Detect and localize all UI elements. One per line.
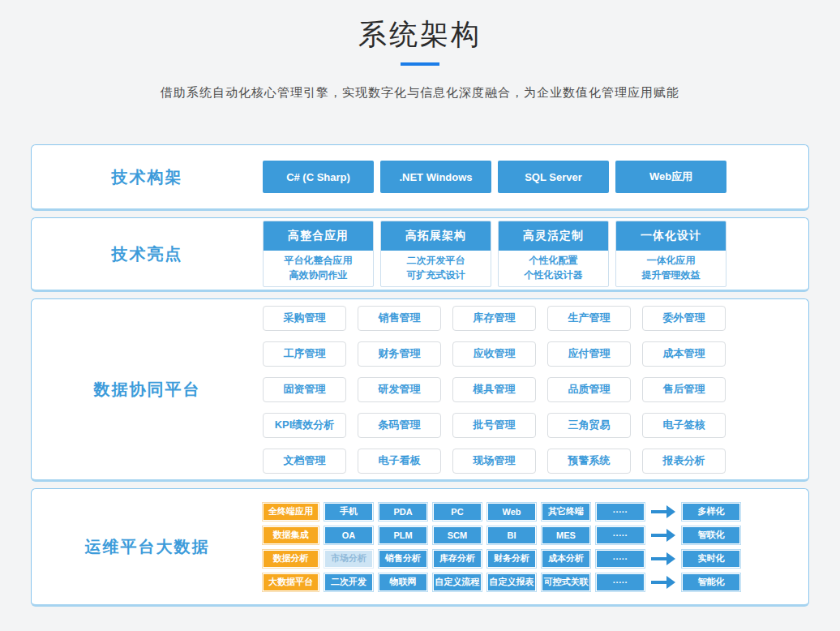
platform-grid: 采购管理销售管理库存管理生产管理委外管理工序管理财务管理应收管理应付管理成本管理… [263, 306, 726, 474]
platform-module-button: 三角贸易 [547, 413, 631, 438]
highlight-card-line: 个性化配置 [499, 253, 608, 268]
highlight-card-line: 提升管理效益 [616, 268, 726, 282]
platform-module-button: 应付管理 [547, 341, 631, 367]
tech-stack-button: C# (C Sharp) [263, 161, 374, 193]
bigdata-chip: ····· [596, 573, 645, 591]
platform-module-button: 预警系统 [547, 449, 631, 474]
platform-module-button: 固资管理 [263, 377, 346, 402]
bigdata-category-tag: 数据集成 [263, 526, 319, 544]
bigdata-category-tag: 数据分析 [263, 550, 319, 568]
tech-stack-items: C# (C Sharp).NET WindowsSQL ServerWeb应用 [263, 161, 726, 193]
bigdata-chip: 库存分析 [433, 550, 482, 568]
highlight-card-body: 二次开发平台可扩充式设计 [381, 251, 491, 286]
bigdata-result-chip: 智能化 [682, 573, 740, 591]
highlight-card-title: 一体化设计 [616, 221, 726, 251]
bigdata-chip: 自定义流程 [433, 573, 482, 591]
bigdata-chip: 物联网 [379, 573, 427, 591]
arrow-right-icon [651, 503, 675, 521]
bigdata-chip: ····· [596, 503, 645, 521]
panels-container: 技术构架 C# (C Sharp).NET WindowsSQL ServerW… [31, 144, 809, 607]
bigdata-chip: 二次开发 [324, 573, 373, 591]
bigdata-items: 手机PDAPCWeb其它终端····· [324, 503, 645, 521]
bigdata-chip: OA [324, 526, 373, 544]
bigdata-chip: BI [487, 526, 536, 544]
bigdata-chip: 市场分析 [324, 550, 373, 568]
tech-stack-button: SQL Server [498, 161, 609, 193]
platform-module-button: 售后管理 [642, 377, 726, 402]
highlight-card-body: 一体化应用提升管理效益 [616, 251, 726, 286]
bigdata-chip: ····· [596, 526, 645, 544]
section-platform: 数据协同平台 采购管理销售管理库存管理生产管理委外管理工序管理财务管理应收管理应… [31, 298, 809, 482]
platform-module-button: 条码管理 [358, 413, 441, 438]
bigdata-items: 二次开发物联网自定义流程自定义报表可控式关联····· [324, 573, 645, 591]
highlight-card-body: 个性化配置个性化设计器 [499, 251, 608, 286]
highlight-card-line: 个性化设计器 [499, 268, 608, 282]
bigdata-category-tag: 全终端应用 [263, 503, 319, 521]
bigdata-category-tag: 大数据平台 [263, 573, 319, 591]
page-header: 系统架构 借助系统自动化核心管理引擎，实现数字化与信息化深度融合，为企业数值化管… [0, 0, 840, 100]
platform-module-button: 成本管理 [642, 341, 726, 367]
page-title: 系统架构 [0, 17, 840, 51]
bigdata-chip: ····· [596, 550, 645, 568]
highlight-card-line: 平台化整合应用 [264, 253, 373, 268]
section-tech-stack: 技术构架 C# (C Sharp).NET WindowsSQL ServerW… [31, 144, 809, 211]
highlight-card-title: 高整合应用 [264, 221, 373, 251]
highlight-card-line: 二次开发平台 [381, 253, 491, 268]
bigdata-chip: 其它终端 [542, 503, 590, 521]
tech-stack-button: .NET Windows [380, 161, 491, 193]
platform-module-button: 生产管理 [547, 306, 631, 331]
highlight-card-line: 一体化应用 [616, 253, 726, 268]
bigdata-result-chip: 多样化 [682, 503, 740, 521]
highlight-card-body: 平台化整合应用高效协同作业 [264, 251, 373, 286]
platform-module-button: 采购管理 [263, 306, 346, 331]
bigdata-chip: 财务分析 [487, 550, 536, 568]
bigdata-row: 全终端应用 手机PDAPCWeb其它终端····· 多样化 [263, 503, 740, 521]
bigdata-chip: 成本分析 [542, 550, 590, 568]
platform-module-button: 品质管理 [547, 377, 631, 402]
platform-module-button: 报表分析 [642, 449, 726, 474]
platform-module-button: KPI绩效分析 [263, 413, 346, 438]
section-platform-label: 数据协同平台 [32, 379, 263, 401]
page-subtitle: 借助系统自动化核心管理引擎，实现数字化与信息化深度融合，为企业数值化管理应用赋能 [0, 85, 840, 100]
highlight-cards: 高整合应用 平台化整合应用高效协同作业 高拓展架构 二次开发平台可扩充式设计 高… [263, 221, 726, 287]
section-bigdata-label: 运维平台大数据 [32, 536, 263, 558]
platform-module-button: 电子签核 [642, 413, 726, 438]
platform-module-button: 模具管理 [452, 377, 536, 402]
bigdata-chip: Web [487, 503, 536, 521]
section-bigdata: 运维平台大数据 全终端应用 手机PDAPCWeb其它终端····· 多样化 数据… [31, 488, 809, 607]
tech-stack-button: Web应用 [615, 161, 726, 193]
highlight-card-title: 高拓展架构 [381, 221, 491, 251]
platform-module-button: 委外管理 [642, 306, 726, 331]
bigdata-result-chip: 智联化 [682, 526, 740, 544]
platform-module-button: 文档管理 [263, 449, 346, 474]
bigdata-row: 数据分析 市场分析销售分析库存分析财务分析成本分析····· 实时化 [263, 550, 740, 568]
highlight-card: 高灵活定制 个性化配置个性化设计器 [498, 221, 609, 287]
bigdata-chip: 可控式关联 [542, 573, 590, 591]
bigdata-chip: SCM [433, 526, 482, 544]
bigdata-chip: 手机 [324, 503, 373, 521]
title-underline-divider [401, 62, 439, 66]
section-highlights: 技术亮点 高整合应用 平台化整合应用高效协同作业 高拓展架构 二次开发平台可扩充… [31, 217, 809, 292]
platform-module-button: 电子看板 [358, 449, 441, 474]
bigdata-items: 市场分析销售分析库存分析财务分析成本分析····· [324, 550, 645, 568]
platform-module-button: 批号管理 [452, 413, 536, 438]
platform-module-button: 研发管理 [358, 377, 441, 402]
highlight-card: 一体化设计 一体化应用提升管理效益 [615, 221, 726, 287]
platform-module-button: 财务管理 [358, 341, 441, 367]
platform-module-button: 销售管理 [358, 306, 441, 331]
arrow-right-icon [651, 573, 675, 591]
platform-module-button: 库存管理 [452, 306, 536, 331]
bigdata-items: OAPLMSCMBIMES····· [324, 526, 645, 544]
arrow-right-icon [651, 550, 675, 568]
platform-module-button: 现场管理 [452, 449, 536, 474]
bigdata-row: 数据集成 OAPLMSCMBIMES····· 智联化 [263, 526, 740, 544]
bigdata-chip: PDA [379, 503, 427, 521]
platform-module-button: 工序管理 [263, 341, 346, 367]
bigdata-rows: 全终端应用 手机PDAPCWeb其它终端····· 多样化 数据集成 OAPLM… [263, 503, 740, 591]
bigdata-chip: 自定义报表 [487, 573, 536, 591]
highlight-card-title: 高灵活定制 [499, 221, 608, 251]
platform-module-button: 应收管理 [452, 341, 536, 367]
highlight-card: 高拓展架构 二次开发平台可扩充式设计 [380, 221, 491, 287]
bigdata-chip: MES [542, 526, 590, 544]
bigdata-chip: PLM [379, 526, 427, 544]
